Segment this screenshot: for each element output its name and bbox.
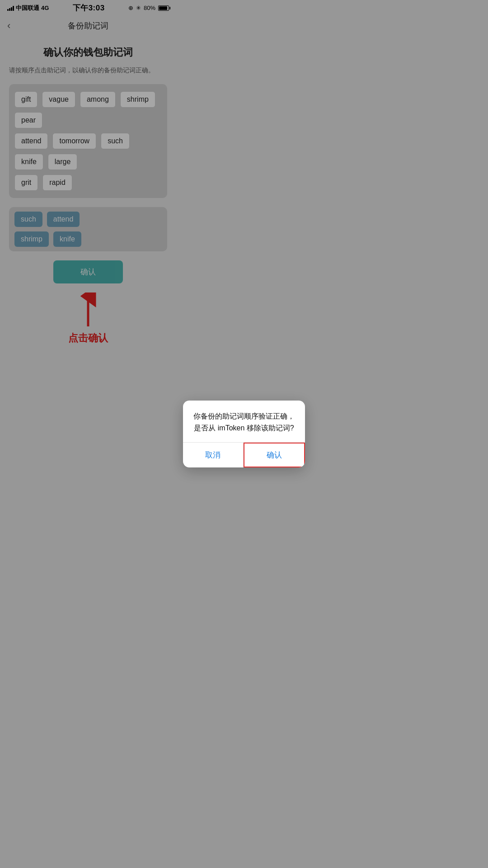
modal-overlay: 你备份的助记词顺序验证正确，是否从 imToken 移除该助记词? 取消 确认	[0, 0, 176, 382]
